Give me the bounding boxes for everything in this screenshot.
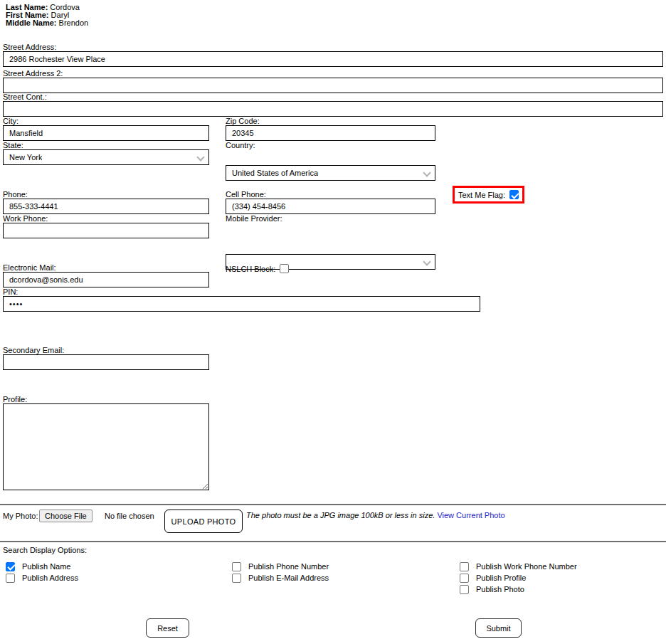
publish-profile-checkbox[interactable] <box>460 574 469 583</box>
publish-profile-option: Publish Profile <box>460 572 577 584</box>
photo-note: The photo must be a JPG image 100kB or l… <box>246 511 505 519</box>
state-label: State: <box>3 141 23 149</box>
publish-name-label: Publish Name <box>22 562 70 571</box>
reset-button[interactable]: Reset <box>146 618 189 638</box>
phone-label: Phone: <box>3 190 28 199</box>
profile-edit-form: Last Name: Cordova First Name: Daryl Mid… <box>0 0 666 644</box>
nslch-block-checkbox[interactable] <box>280 264 289 273</box>
country-label: Country: <box>226 141 255 149</box>
publish-email-address-checkbox[interactable] <box>232 574 241 583</box>
middle-name-label: Middle Name: <box>6 19 57 27</box>
street-address-2-input[interactable] <box>3 78 663 93</box>
publish-address-checkbox[interactable] <box>6 574 15 583</box>
middle-name-value: Brendon <box>59 19 89 27</box>
secondary-email-input[interactable] <box>3 354 209 370</box>
secondary-email-label: Secondary Email: <box>3 346 64 354</box>
street-address-label: Street Address: <box>3 43 56 51</box>
upload-photo-button[interactable]: UPLOAD PHOTO <box>164 510 243 533</box>
work-phone-label: Work Phone: <box>3 214 48 223</box>
publish-work-phone-label: Publish Work Phone Number <box>476 562 577 571</box>
nslch-block-row: NSLCH Block: <box>226 264 289 273</box>
publish-email-address-option: Publish E-Mail Address <box>232 572 329 584</box>
publish-options-column-2: Publish Phone Number Publish E-Mail Addr… <box>232 561 329 584</box>
my-photo-label: My Photo: <box>3 512 38 520</box>
publish-photo-checkbox[interactable] <box>460 585 469 594</box>
publish-phone-number-option: Publish Phone Number <box>232 561 329 572</box>
city-input[interactable] <box>3 125 209 141</box>
publish-options-column-3: Publish Work Phone Number Publish Profil… <box>460 561 577 595</box>
text-me-flag-highlight: Text Me Flag: <box>453 186 524 204</box>
mobile-provider-label: Mobile Provider: <box>226 214 282 223</box>
publish-name-option: Publish Name <box>6 561 78 572</box>
publish-name-checkbox[interactable] <box>6 562 15 571</box>
publish-address-option: Publish Address <box>6 572 78 584</box>
cell-phone-label: Cell Phone: <box>226 190 266 199</box>
view-current-photo-link[interactable]: View Current Photo <box>437 511 504 519</box>
choose-file-button[interactable]: Choose File <box>39 510 92 522</box>
publish-phone-number-label: Publish Phone Number <box>248 562 329 571</box>
chevron-down-icon <box>424 260 430 265</box>
no-file-chosen-text: No file chosen <box>105 512 154 520</box>
city-label: City: <box>3 117 18 125</box>
publish-work-phone-option: Publish Work Phone Number <box>460 561 577 572</box>
cell-phone-input[interactable] <box>226 199 435 214</box>
street-address-input[interactable] <box>3 51 663 67</box>
publish-phone-number-checkbox[interactable] <box>232 562 241 571</box>
name-block: Last Name: Cordova First Name: Daryl Mid… <box>6 4 88 27</box>
street-cont-label: Street Cont.: <box>3 93 47 101</box>
photo-note-text: The photo must be a JPG image 100kB or l… <box>246 511 435 519</box>
pin-input[interactable] <box>3 296 480 312</box>
state-selected-value: New York <box>9 153 42 162</box>
publish-work-phone-checkbox[interactable] <box>460 562 469 571</box>
profile-label: Profile: <box>3 395 27 403</box>
text-me-flag-label: Text Me Flag: <box>458 191 505 199</box>
publish-photo-option: Publish Photo <box>460 584 577 595</box>
work-phone-input[interactable] <box>3 223 209 238</box>
divider-line <box>0 504 666 505</box>
pin-label: PIN: <box>3 287 18 296</box>
street-address-2-label: Street Address 2: <box>3 69 63 78</box>
zip-code-label: Zip Code: <box>226 117 260 125</box>
divider-line <box>0 541 666 542</box>
submit-button[interactable]: Submit <box>475 618 522 638</box>
publish-email-address-label: Publish E-Mail Address <box>248 574 329 582</box>
country-selected-value: United States of America <box>232 169 318 177</box>
chevron-down-icon <box>424 171 430 176</box>
zip-code-input[interactable] <box>226 125 435 141</box>
street-cont-input[interactable] <box>3 101 663 117</box>
chevron-down-icon <box>198 155 204 161</box>
profile-textarea[interactable] <box>3 403 209 490</box>
text-me-flag-checkbox[interactable] <box>509 190 519 199</box>
nslch-block-label: NSLCH Block: <box>226 265 275 273</box>
search-display-options-title: Search Display Options: <box>3 546 87 554</box>
phone-input[interactable] <box>3 199 209 214</box>
electronic-mail-input[interactable] <box>3 272 209 287</box>
publish-address-label: Publish Address <box>22 574 78 582</box>
publish-profile-label: Publish Profile <box>476 574 526 582</box>
publish-photo-label: Publish Photo <box>476 585 524 593</box>
country-select[interactable]: United States of America <box>226 165 435 181</box>
publish-options-column-1: Publish Name Publish Address <box>6 561 78 584</box>
electronic-mail-label: Electronic Mail: <box>3 263 56 272</box>
state-select[interactable]: New York <box>3 149 209 165</box>
